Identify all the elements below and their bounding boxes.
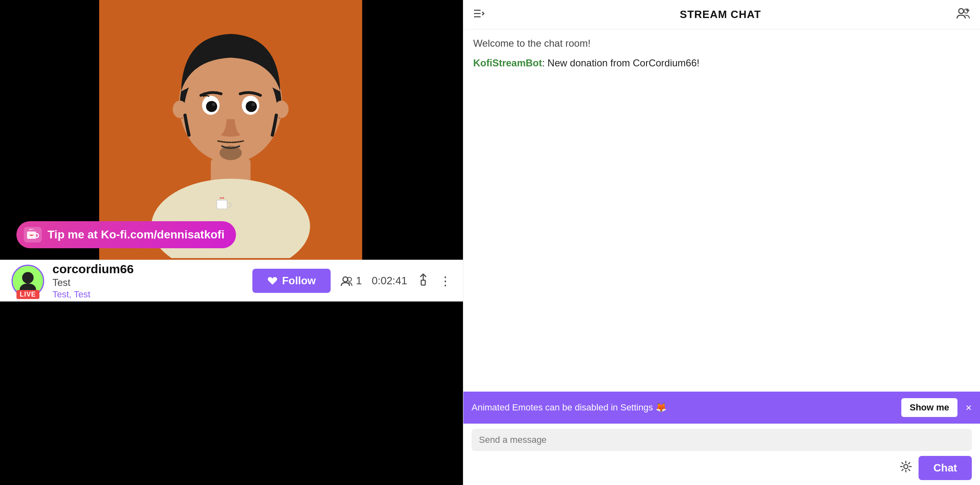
bot-message-text: : New donation from CorCordium66! [542,57,699,68]
chat-title: STREAM CHAT [680,8,761,21]
chat-users-button[interactable] [956,7,970,22]
show-me-button[interactable]: Show me [901,398,957,417]
svg-point-11 [252,103,255,106]
stream-avatar [99,0,362,260]
live-badge: LIVE [16,290,39,299]
svg-point-10 [212,103,215,106]
chat-bottom-row: Chat [472,456,972,480]
follow-label: Follow [282,274,315,287]
share-button[interactable] [417,273,429,289]
stream-title: Test [52,277,244,288]
svg-point-8 [206,101,217,112]
streamer-avatar-container: LIVE [11,265,44,297]
viewer-number: 1 [356,274,362,287]
streamer-info: corcordium66 Test Test, Test [52,262,244,300]
emote-banner-text: Animated Emotes can be disabled in Setti… [472,401,895,414]
svg-point-12 [220,146,242,160]
svg-rect-18 [421,280,425,285]
chat-welcome-message: Welcome to the chat room! [473,38,970,49]
svg-point-22 [959,9,964,14]
tip-text: Tip me at Ko-fi.com/dennisatkofi [48,228,225,241]
chat-input-area: Chat [463,424,980,485]
chat-send-button[interactable]: Chat [919,456,972,480]
chat-settings-button[interactable] [900,460,912,476]
more-options-button[interactable]: ⋮ [439,274,451,288]
video-panel: Tip me at Ko-fi.com/dennisatkofi LIVE co… [0,0,463,485]
chat-messages: Welcome to the chat room! KofiStreamBot:… [463,29,980,392]
follow-button[interactable]: Follow [252,269,330,293]
stream-tags: Test, Test [52,289,244,300]
tip-icon [24,227,42,242]
tip-banner[interactable]: Tip me at Ko-fi.com/dennisatkofi [16,221,236,248]
video-container: Tip me at Ko-fi.com/dennisatkofi [0,0,463,260]
emote-banner: Animated Emotes can be disabled in Setti… [463,392,980,424]
chat-header: STREAM CHAT [463,0,980,29]
chat-collapse-button[interactable] [473,8,485,21]
chat-input[interactable] [472,429,972,451]
svg-point-14 [22,272,34,283]
viewer-count: 1 [340,274,362,287]
svg-point-9 [246,101,257,112]
info-bar: LIVE corcordium66 Test Test, Test Follow [0,260,463,301]
svg-point-26 [904,465,908,469]
bot-name: KofiStreamBot [473,57,542,68]
emote-close-button[interactable]: × [966,401,972,414]
stream-duration: 0:02:41 [372,274,407,287]
more-icon: ⋮ [439,274,451,288]
streamer-name: corcordium66 [52,262,244,276]
chat-bot-message: KofiStreamBot: New donation from CorCord… [473,56,970,70]
chat-panel: STREAM CHAT Welcome to the chat room! Ko… [463,0,980,485]
info-actions: Follow 1 0:02:41 ⋮ [252,269,451,293]
svg-rect-2 [217,200,227,209]
